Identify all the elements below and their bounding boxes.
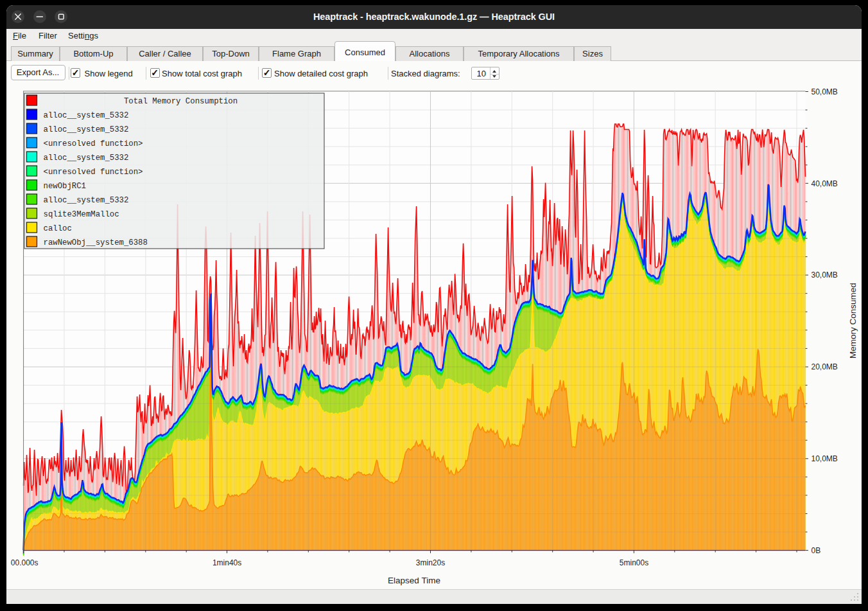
svg-text:50,0MB: 50,0MB: [812, 87, 838, 96]
svg-text:alloc__system_5332: alloc__system_5332: [44, 196, 129, 205]
svg-text:newObjRC1: newObjRC1: [44, 182, 86, 191]
svg-text:alloc__system_5332: alloc__system_5332: [44, 125, 129, 134]
svg-text:3min20s: 3min20s: [416, 558, 445, 567]
svg-text:30,0MB: 30,0MB: [812, 270, 838, 279]
svg-text:rawNewObj__system_6388: rawNewObj__system_6388: [44, 238, 148, 247]
svg-text:5min00s: 5min00s: [620, 558, 648, 567]
svg-text:alloc__system_5332: alloc__system_5332: [44, 154, 129, 163]
svg-text:<unresolved function>: <unresolved function>: [44, 139, 143, 148]
svg-text:calloc: calloc: [44, 224, 72, 233]
svg-text:sqlite3MemMalloc: sqlite3MemMalloc: [44, 210, 119, 219]
svg-text:Total Memory Consumption: Total Memory Consumption: [124, 97, 238, 106]
svg-text:0B: 0B: [812, 546, 821, 555]
svg-text:<unresolved function>: <unresolved function>: [44, 168, 143, 177]
svg-text:Elapsed Time: Elapsed Time: [388, 576, 440, 585]
svg-text:20,0MB: 20,0MB: [812, 362, 838, 371]
svg-text:00.000s: 00.000s: [11, 558, 39, 567]
svg-text:40,0MB: 40,0MB: [812, 179, 838, 188]
svg-text:1min40s: 1min40s: [213, 558, 241, 567]
svg-text:10,0MB: 10,0MB: [812, 454, 838, 463]
svg-text:Memory Consumed: Memory Consumed: [848, 283, 858, 359]
svg-text:alloc__system_5332: alloc__system_5332: [44, 111, 129, 120]
